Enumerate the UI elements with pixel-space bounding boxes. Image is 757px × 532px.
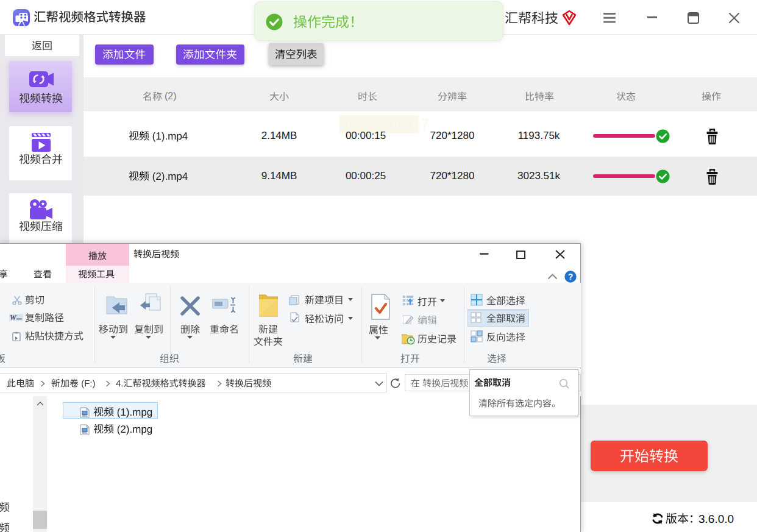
svg-text:MPEG: MPEG: [82, 432, 87, 434]
svg-text:MPEG: MPEG: [82, 415, 87, 417]
svg-text:W: W: [10, 314, 17, 321]
svg-text:?: ?: [567, 272, 573, 282]
